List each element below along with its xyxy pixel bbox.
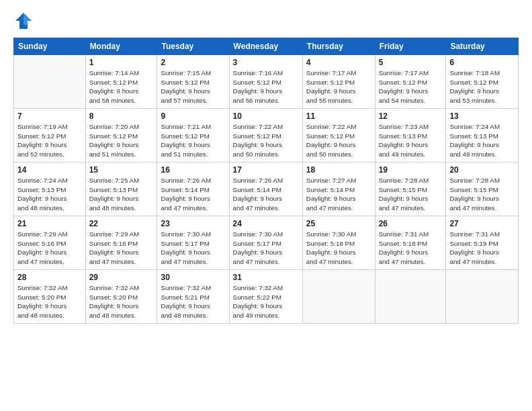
calendar-cell: [375, 270, 446, 324]
day-info: Sunrise: 7:17 AMSunset: 5:12 PMDaylight:…: [306, 68, 371, 105]
day-info: Sunrise: 7:26 AMSunset: 5:14 PMDaylight:…: [161, 176, 225, 213]
day-number: 26: [379, 219, 443, 228]
day-info: Sunrise: 7:30 AMSunset: 5:18 PMDaylight:…: [306, 230, 371, 267]
calendar-cell: 30Sunrise: 7:32 AMSunset: 5:21 PMDayligh…: [157, 270, 229, 324]
calendar-cell: 13Sunrise: 7:24 AMSunset: 5:13 PMDayligh…: [446, 109, 519, 163]
day-number: 31: [233, 273, 299, 282]
day-number: 10: [233, 111, 299, 121]
day-number: 9: [161, 111, 225, 121]
day-number: 16: [161, 165, 225, 175]
day-number: 28: [17, 273, 82, 282]
day-number: 29: [89, 273, 154, 282]
weekday-header-monday: Monday: [85, 38, 157, 55]
day-info: Sunrise: 7:28 AMSunset: 5:15 PMDaylight:…: [449, 176, 515, 213]
day-info: Sunrise: 7:22 AMSunset: 5:12 PMDaylight:…: [306, 122, 371, 159]
day-info: Sunrise: 7:25 AMSunset: 5:13 PMDaylight:…: [89, 176, 154, 213]
day-info: Sunrise: 7:21 AMSunset: 5:12 PMDaylight:…: [161, 122, 225, 159]
calendar-cell: 5Sunrise: 7:17 AMSunset: 5:12 PMDaylight…: [375, 55, 446, 109]
calendar-cell: 7Sunrise: 7:19 AMSunset: 5:12 PMDaylight…: [14, 109, 86, 163]
weekday-header-saturday: Saturday: [446, 38, 519, 55]
calendar-cell: 10Sunrise: 7:22 AMSunset: 5:12 PMDayligh…: [229, 109, 302, 163]
day-number: 8: [89, 111, 154, 121]
calendar-cell: 9Sunrise: 7:21 AMSunset: 5:12 PMDaylight…: [157, 109, 229, 163]
calendar-cell: 31Sunrise: 7:32 AMSunset: 5:22 PMDayligh…: [229, 270, 302, 324]
calendar-week-row: 21Sunrise: 7:29 AMSunset: 5:16 PMDayligh…: [14, 216, 519, 270]
calendar-cell: 19Sunrise: 7:28 AMSunset: 5:15 PMDayligh…: [375, 163, 446, 216]
logo-icon: [13, 11, 34, 31]
day-info: Sunrise: 7:15 AMSunset: 5:12 PMDaylight:…: [161, 68, 225, 105]
day-number: 4: [306, 58, 371, 67]
day-number: 30: [161, 273, 225, 282]
day-number: 13: [449, 111, 515, 121]
calendar-cell: 2Sunrise: 7:15 AMSunset: 5:12 PMDaylight…: [157, 55, 229, 109]
calendar-cell: 8Sunrise: 7:20 AMSunset: 5:12 PMDaylight…: [85, 109, 157, 163]
day-number: 18: [306, 165, 371, 175]
day-number: 23: [161, 219, 225, 228]
day-info: Sunrise: 7:27 AMSunset: 5:14 PMDaylight:…: [306, 176, 371, 213]
weekday-header-tuesday: Tuesday: [157, 38, 229, 55]
calendar-cell: 1Sunrise: 7:14 AMSunset: 5:12 PMDaylight…: [85, 55, 157, 109]
day-number: 25: [306, 219, 371, 228]
calendar-cell: 24Sunrise: 7:30 AMSunset: 5:17 PMDayligh…: [229, 216, 302, 270]
calendar-cell: 6Sunrise: 7:18 AMSunset: 5:12 PMDaylight…: [446, 55, 519, 109]
header: [13, 11, 519, 31]
calendar-cell: 15Sunrise: 7:25 AMSunset: 5:13 PMDayligh…: [85, 163, 157, 216]
calendar-cell: 4Sunrise: 7:17 AMSunset: 5:12 PMDaylight…: [302, 55, 375, 109]
day-info: Sunrise: 7:14 AMSunset: 5:12 PMDaylight:…: [89, 68, 154, 105]
weekday-header-row: SundayMondayTuesdayWednesdayThursdayFrid…: [14, 38, 519, 55]
day-info: Sunrise: 7:30 AMSunset: 5:17 PMDaylight:…: [161, 230, 225, 267]
weekday-header-thursday: Thursday: [302, 38, 375, 55]
day-number: 19: [379, 165, 443, 175]
calendar-cell: [14, 55, 86, 109]
day-number: 14: [17, 165, 82, 175]
weekday-header-wednesday: Wednesday: [229, 38, 302, 55]
day-info: Sunrise: 7:23 AMSunset: 5:13 PMDaylight:…: [379, 122, 443, 159]
calendar-week-row: 1Sunrise: 7:14 AMSunset: 5:12 PMDaylight…: [14, 55, 519, 109]
calendar: SundayMondayTuesdayWednesdayThursdayFrid…: [13, 38, 519, 324]
day-number: 15: [89, 165, 154, 175]
day-number: 20: [449, 165, 515, 175]
day-number: 24: [233, 219, 299, 228]
day-number: 21: [17, 219, 82, 228]
calendar-cell: 11Sunrise: 7:22 AMSunset: 5:12 PMDayligh…: [302, 109, 375, 163]
calendar-cell: 3Sunrise: 7:16 AMSunset: 5:12 PMDaylight…: [229, 55, 302, 109]
calendar-week-row: 7Sunrise: 7:19 AMSunset: 5:12 PMDaylight…: [14, 109, 519, 163]
day-info: Sunrise: 7:32 AMSunset: 5:20 PMDaylight:…: [17, 283, 82, 320]
day-number: 27: [449, 219, 515, 228]
day-info: Sunrise: 7:18 AMSunset: 5:12 PMDaylight:…: [449, 68, 515, 105]
day-info: Sunrise: 7:24 AMSunset: 5:13 PMDaylight:…: [449, 122, 515, 159]
day-info: Sunrise: 7:20 AMSunset: 5:12 PMDaylight:…: [89, 122, 154, 159]
day-info: Sunrise: 7:19 AMSunset: 5:12 PMDaylight:…: [17, 122, 82, 159]
day-info: Sunrise: 7:32 AMSunset: 5:22 PMDaylight:…: [233, 283, 299, 320]
day-number: 3: [233, 58, 299, 67]
day-number: 11: [306, 111, 371, 121]
day-number: 22: [89, 219, 154, 228]
day-info: Sunrise: 7:24 AMSunset: 5:13 PMDaylight:…: [17, 176, 82, 213]
day-info: Sunrise: 7:32 AMSunset: 5:21 PMDaylight:…: [161, 283, 225, 320]
day-number: 1: [89, 58, 154, 67]
day-number: 17: [233, 165, 299, 175]
calendar-cell: 26Sunrise: 7:31 AMSunset: 5:18 PMDayligh…: [375, 216, 446, 270]
calendar-cell: [446, 270, 519, 324]
day-info: Sunrise: 7:29 AMSunset: 5:16 PMDaylight:…: [17, 230, 82, 267]
calendar-cell: 20Sunrise: 7:28 AMSunset: 5:15 PMDayligh…: [446, 163, 519, 216]
calendar-cell: 21Sunrise: 7:29 AMSunset: 5:16 PMDayligh…: [14, 216, 86, 270]
calendar-cell: 16Sunrise: 7:26 AMSunset: 5:14 PMDayligh…: [157, 163, 229, 216]
weekday-header-sunday: Sunday: [14, 38, 86, 55]
day-info: Sunrise: 7:29 AMSunset: 5:16 PMDaylight:…: [89, 230, 154, 267]
day-number: 2: [161, 58, 225, 67]
day-info: Sunrise: 7:32 AMSunset: 5:20 PMDaylight:…: [89, 283, 154, 320]
day-number: 7: [17, 111, 82, 121]
day-number: 5: [379, 58, 443, 67]
calendar-week-row: 14Sunrise: 7:24 AMSunset: 5:13 PMDayligh…: [14, 163, 519, 216]
page: SundayMondayTuesdayWednesdayThursdayFrid…: [0, 0, 532, 411]
calendar-week-row: 28Sunrise: 7:32 AMSunset: 5:20 PMDayligh…: [14, 270, 519, 324]
calendar-cell: 18Sunrise: 7:27 AMSunset: 5:14 PMDayligh…: [302, 163, 375, 216]
day-info: Sunrise: 7:26 AMSunset: 5:14 PMDaylight:…: [233, 176, 299, 213]
day-number: 12: [379, 111, 443, 121]
day-info: Sunrise: 7:31 AMSunset: 5:18 PMDaylight:…: [379, 230, 443, 267]
calendar-cell: 14Sunrise: 7:24 AMSunset: 5:13 PMDayligh…: [14, 163, 86, 216]
calendar-cell: 28Sunrise: 7:32 AMSunset: 5:20 PMDayligh…: [14, 270, 86, 324]
day-info: Sunrise: 7:31 AMSunset: 5:19 PMDaylight:…: [449, 230, 515, 267]
calendar-cell: 17Sunrise: 7:26 AMSunset: 5:14 PMDayligh…: [229, 163, 302, 216]
